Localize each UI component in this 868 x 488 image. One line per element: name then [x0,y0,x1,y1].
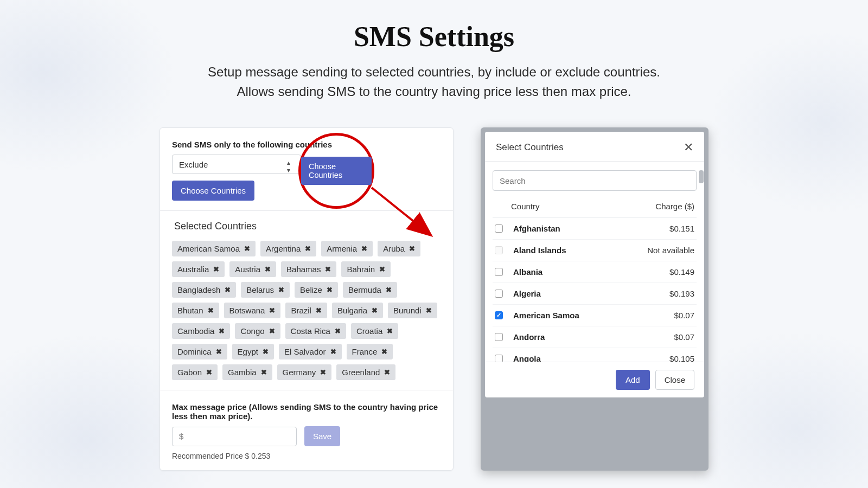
country-chip: Aruba✖ [378,241,420,256]
country-chip: Bermuda✖ [343,282,397,298]
country-name: Aland Islands [513,246,635,255]
remove-icon[interactable]: ✖ [320,368,326,376]
save-button[interactable]: Save [304,426,340,446]
remove-icon[interactable]: ✖ [409,245,415,253]
remove-icon[interactable]: ✖ [426,306,432,314]
country-chip: American Samoa✖ [172,241,256,256]
close-button[interactable]: Close [655,370,694,390]
remove-icon[interactable]: ✖ [386,286,392,294]
close-icon[interactable]: ✕ [684,142,693,153]
country-row[interactable]: Albania$0.149 [493,261,697,283]
remove-icon[interactable]: ✖ [384,368,390,376]
chip-label: Botswana [229,306,265,315]
remove-icon[interactable]: ✖ [216,348,222,356]
country-charge: $0.07 [635,332,694,342]
chip-label: Burundi [393,306,422,315]
country-chip: El Salvador✖ [279,344,342,359]
remove-icon[interactable]: ✖ [244,245,250,253]
chip-label: Bahamas [286,265,321,274]
divider [160,210,453,211]
remove-icon[interactable]: ✖ [225,286,231,294]
chip-label: Bhutan [177,306,203,315]
remove-icon[interactable]: ✖ [379,265,385,273]
remove-icon[interactable]: ✖ [330,348,336,356]
column-country-header: Country [511,202,640,211]
chip-label: Croatia [356,326,382,336]
country-chip: Cambodia✖ [172,323,230,339]
remove-icon[interactable]: ✖ [219,327,225,335]
country-checkbox [495,246,503,254]
mode-select[interactable]: Exclude [172,155,301,174]
select-countries-modal: Select Countries ✕ Country Charge ($) Af… [481,127,709,471]
remove-icon[interactable]: ✖ [361,245,367,253]
remove-icon[interactable]: ✖ [263,348,269,356]
scrollbar-thumb[interactable] [699,170,704,183]
country-checkbox[interactable] [495,290,503,298]
country-chip: Armenia✖ [321,241,373,256]
country-search-input[interactable] [493,170,697,191]
country-chip: Argentina✖ [260,241,316,256]
remove-icon[interactable]: ✖ [325,265,331,273]
remove-icon[interactable]: ✖ [316,306,322,314]
country-chip: Burundi✖ [388,303,437,318]
choose-countries-button[interactable]: Choose Countries [172,181,254,201]
country-name: American Samoa [513,311,635,320]
country-checkbox[interactable] [495,333,503,341]
country-checkbox[interactable] [495,355,503,362]
country-row[interactable]: Afghanistan$0.151 [493,218,697,240]
chip-label: Gabon [177,368,202,377]
country-row[interactable]: Aland IslandsNot available [493,240,697,261]
country-charge: $0.193 [635,289,694,298]
remove-icon[interactable]: ✖ [387,327,393,335]
country-row[interactable]: Algeria$0.193 [493,283,697,305]
remove-icon[interactable]: ✖ [208,306,214,314]
country-name: Albania [513,267,635,277]
country-checkbox[interactable] [495,224,503,233]
country-checkbox[interactable] [495,311,503,319]
country-charge: $0.151 [635,224,694,233]
country-chip: Greenland✖ [336,364,395,380]
country-row[interactable]: Andorra$0.07 [493,326,697,348]
country-chip: Congo✖ [235,323,280,339]
chip-label: Dominica [177,347,212,356]
country-chip: Gabon✖ [172,364,218,380]
price-row: Save [172,426,441,446]
country-chip: Brazil✖ [285,303,327,318]
remove-icon[interactable]: ✖ [269,327,275,335]
remove-icon[interactable]: ✖ [327,286,333,294]
country-chip: Belize✖ [295,282,338,298]
choose-countries-button-highlighted[interactable]: Choose Countries [301,157,372,185]
country-name: Algeria [513,289,635,298]
country-row[interactable]: American Samoa$0.07 [493,305,697,326]
country-chip: Botswana✖ [224,303,281,318]
remove-icon[interactable]: ✖ [213,265,219,273]
max-price-input[interactable] [172,427,297,446]
remove-icon[interactable]: ✖ [381,348,387,356]
country-chip: Bangladesh✖ [172,282,236,298]
subtitle-line-1: Setup message sending to selected countr… [208,65,660,79]
chip-label: Bulgaria [337,306,367,315]
chip-label: Gambia [228,368,257,377]
selected-countries-heading: Selected Countries [174,221,441,232]
country-checkbox[interactable] [495,268,503,276]
page-title: SMS Settings [0,21,868,53]
country-chip: Belarus✖ [241,282,290,298]
chip-label: Austria [235,265,260,274]
remove-icon[interactable]: ✖ [206,368,212,376]
selected-countries-chips: American Samoa✖Argentina✖Armenia✖Aruba✖A… [172,241,441,380]
modal-inner: Select Countries ✕ Country Charge ($) Af… [485,132,704,397]
max-price-block: Max message price (Allows sending SMS to… [172,402,441,460]
country-chip: Costa Rica✖ [285,323,346,339]
remove-icon[interactable]: ✖ [372,306,378,314]
country-chip: Dominica✖ [172,344,227,359]
add-button[interactable]: Add [616,370,650,390]
country-row[interactable]: Angola$0.105 [493,348,697,362]
remove-icon[interactable]: ✖ [335,327,341,335]
remove-icon[interactable]: ✖ [261,368,267,376]
remove-icon[interactable]: ✖ [265,265,271,273]
panels-container: Send SMS only to the following countries… [0,127,868,471]
remove-icon[interactable]: ✖ [269,306,275,314]
chip-label: Brazil [291,306,311,315]
remove-icon[interactable]: ✖ [278,286,284,294]
remove-icon[interactable]: ✖ [305,245,311,253]
